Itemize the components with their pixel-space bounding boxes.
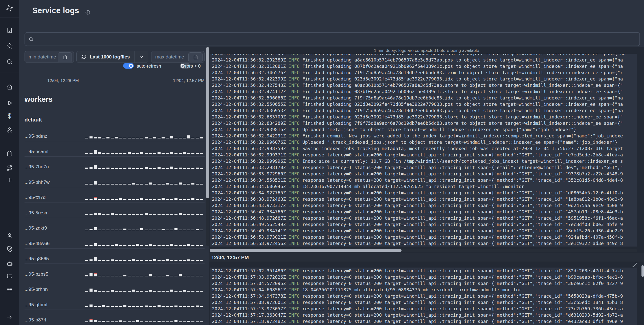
log-level-badge: INFO [288, 95, 299, 100]
spark-bar [94, 213, 97, 215]
spark-bar [136, 244, 139, 246]
spark-bar [106, 137, 109, 138]
sidebar-item-search[interactable] [0, 58, 19, 66]
spark-bar [128, 138, 131, 138]
sidebar-item-settings[interactable] [0, 245, 19, 253]
sidebar-item-favorites[interactable] [0, 42, 19, 50]
worker-name[interactable]: ...95-tzl7d [25, 195, 85, 200]
min-datetime-field[interactable]: min datetime [25, 51, 74, 63]
max-datetime-calendar-button[interactable] [188, 52, 203, 62]
logfiles-select-value: Last 1000 logfiles [90, 54, 130, 60]
spark-bar [132, 276, 135, 276]
spark-bar [200, 276, 203, 276]
log-timestamp: 2024-12-04T11:56:53.973021Z [212, 234, 288, 240]
spark-bar [102, 321, 105, 322]
spark-bar [174, 260, 177, 261]
worker-name[interactable]: ...95-7hd7n [25, 164, 85, 169]
worker-name[interactable]: ...95-g8665 [25, 256, 85, 261]
min-datetime-calendar-button[interactable] [58, 52, 72, 62]
worker-name[interactable]: ...95-b87rl [25, 317, 85, 322]
spark-bar [98, 213, 101, 215]
spark-bar [149, 274, 152, 276]
spark-bar [149, 290, 152, 292]
spark-bar [119, 184, 122, 185]
expand-section-button[interactable] [632, 262, 638, 268]
auto-refresh-toggle[interactable] [123, 63, 134, 69]
worker-name[interactable]: ...95-bzbs5 [25, 272, 85, 276]
spark-bar [191, 138, 194, 138]
search-icon [29, 37, 34, 42]
worker-name[interactable]: ...95-brhnn [25, 287, 85, 292]
spark-bar [119, 320, 122, 322]
plus-icon [7, 177, 13, 183]
spark-bar [200, 291, 203, 292]
logfiles-refresh-button[interactable]: Last 1000 logfiles [77, 51, 135, 63]
spark-bar [136, 214, 139, 215]
worker-name[interactable]: ...95-ns5mf [25, 149, 85, 154]
spark-bar [170, 199, 173, 200]
log-timestamp: 2024-12-04T11:56:49.934741Z [212, 228, 288, 233]
worker-name[interactable]: ...95-zqkt9 [25, 226, 85, 230]
spark-bar [102, 168, 105, 169]
log-section-bottom[interactable]: 2024-12-04T11:57:02.351480Z INFO respons… [210, 268, 637, 325]
spark-bar [90, 304, 93, 307]
spark-bar [90, 184, 93, 185]
spark-bar [166, 275, 169, 276]
sidebar-item-workspace[interactable] [0, 27, 19, 34]
sidebar-item-triggers[interactable] [0, 164, 19, 172]
spark-bar [115, 260, 118, 261]
spark-bar [174, 306, 177, 307]
log-vscrollbar-thumb[interactable] [641, 265, 644, 277]
spark-bar [179, 213, 182, 215]
log-message: Finished uploading a8ac8610b5714eb796507… [300, 57, 623, 63]
spark-bar [94, 306, 97, 307]
log-timestamp: 2024-12-04T11:57:04.608561Z [212, 287, 288, 292]
max-datetime-field[interactable]: max datetime [151, 51, 205, 63]
spark-bar [183, 321, 186, 322]
search-bar [25, 32, 640, 46]
spark-bar [183, 306, 186, 307]
log-line: 2024-12-04T11:57:04.608561Z INFO 18.0463… [210, 287, 637, 293]
spark-bar [145, 245, 148, 246]
spark-bar [196, 184, 199, 185]
spark-bar [153, 259, 156, 261]
worker-name[interactable]: ...95-pdtnz [25, 134, 85, 138]
search-input[interactable] [36, 36, 636, 42]
sidebar-item-runs[interactable] [0, 99, 19, 107]
log-section-top[interactable]: 2024-12-04T11:56:32.252543Z INFO Finishe… [210, 54, 637, 247]
spark-bar [106, 214, 109, 215]
spark-bar [123, 305, 126, 307]
left-pane-scrollbar-thumb[interactable] [206, 47, 209, 198]
worker-name[interactable]: ...95-gfbmf [25, 302, 85, 307]
logfiles-dropdown-button[interactable] [135, 51, 148, 63]
spark-bar [187, 259, 190, 261]
worker-name[interactable]: ...95-48w66 [25, 241, 85, 246]
sidebar-item-logs[interactable] [0, 286, 19, 293]
sidebar-item-resources[interactable] [0, 127, 19, 134]
sidebar-item-home[interactable] [0, 83, 19, 91]
spark-bar [196, 306, 199, 307]
sidebar-item-schedules[interactable] [0, 150, 19, 157]
sidebar-item-user[interactable] [0, 232, 19, 239]
sidebar-item-folders[interactable] [0, 272, 19, 280]
log-message: Saving indexed jobs tracking metadata, m… [300, 146, 623, 151]
windmill-logo[interactable] [0, 4, 19, 13]
sidebar-item-variables[interactable]: $ [0, 112, 19, 120]
spark-bar [170, 260, 173, 261]
log-line: 2024-12-04T11:56:32.834289Z INFO Finishe… [210, 120, 637, 126]
spark-bar [200, 321, 203, 322]
sidebar-item-expand[interactable] [0, 313, 19, 321]
spark-bar [140, 152, 143, 154]
spark-bar [174, 320, 177, 322]
log-hscrollbar-thumb[interactable] [210, 249, 402, 252]
spark-bar [166, 214, 169, 215]
worker-name[interactable]: ...95-5rcsm [25, 210, 85, 215]
worker-name[interactable]: ...95-phh7w [25, 180, 85, 185]
spark-bar [90, 289, 93, 292]
spark-bar [149, 138, 152, 138]
spark-bar [183, 245, 186, 246]
sidebar-item-add[interactable] [0, 176, 19, 184]
spark-bar [166, 199, 169, 200]
info-icon[interactable] [85, 10, 91, 15]
sidebar-item-workers[interactable] [0, 260, 19, 267]
